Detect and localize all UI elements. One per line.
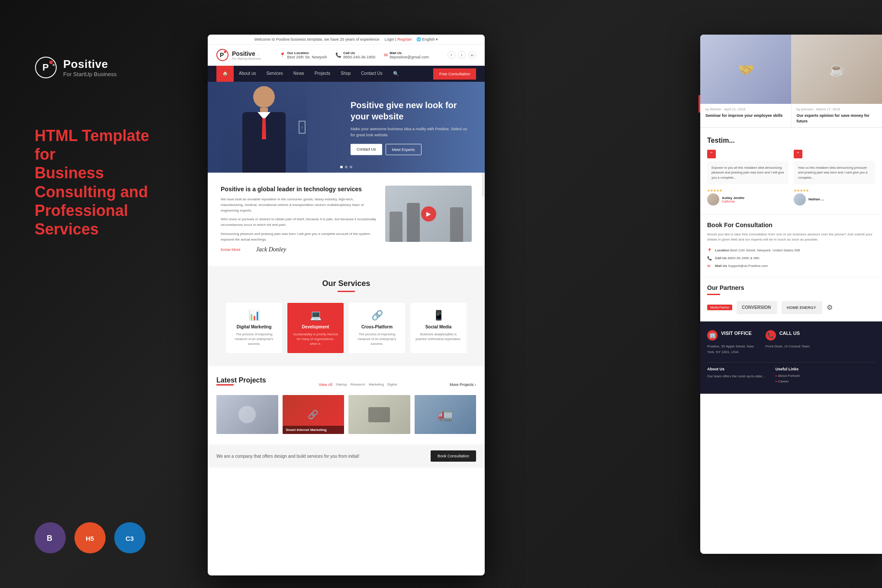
hero-dot-3[interactable] — [350, 166, 352, 168]
person-body — [242, 112, 286, 173]
facebook-btn[interactable]: f — [447, 51, 455, 59]
nav-news[interactable]: News — [288, 66, 309, 82]
register-link[interactable]: Register — [397, 37, 412, 42]
testimonial-2: " How us this mistaken idea denouncing p… — [794, 150, 875, 206]
site-topbar: Welcome to Positive business template, w… — [208, 35, 485, 45]
hero-contact-btn[interactable]: Contact Us — [351, 144, 382, 155]
svg-text:B: B — [47, 534, 52, 543]
footer-link-2[interactable]: Career — [776, 379, 800, 383]
services-grid: 📊 Digital Marketing The process of impro… — [216, 303, 476, 353]
person-head — [253, 86, 275, 108]
filter-digital[interactable]: Digital — [387, 382, 397, 386]
project-1-icon — [238, 406, 256, 423]
svg-text:P: P — [42, 62, 49, 73]
filter-marketing[interactable]: Marketing — [369, 382, 384, 386]
testimonials-section: Testim... " Exposer to you all this mist… — [700, 128, 882, 215]
mail-value: 8epositive@gmail.com — [389, 55, 429, 59]
testimonial-1-stars: ★★★★★ — [707, 189, 789, 193]
project-3-content — [348, 395, 410, 434]
nav-services[interactable]: Services — [261, 66, 288, 82]
consult-location: 📍 Location Best 21th Street, Newyork, Un… — [707, 247, 875, 254]
home-energy-logo: HOME ENERGY — [787, 303, 817, 311]
project-card-2[interactable]: 🔗 Smart Internet Marketing — [283, 395, 344, 434]
mail-label: Mail Us — [389, 51, 429, 55]
service-digital-marketing[interactable]: 📊 Digital Marketing The process of impro… — [226, 303, 282, 353]
partner-logo-2: HOME ENERGY — [782, 301, 822, 314]
cta-strip: We are a company that offers design and … — [208, 444, 485, 468]
language-selector[interactable]: 🌐 English ▾ — [416, 37, 438, 42]
about-know-more-link[interactable]: Know More — [221, 247, 241, 252]
media-partner-badge: Media Partner — [707, 305, 732, 310]
login-link[interactable]: Login — [385, 37, 394, 42]
svg-text:C3: C3 — [126, 535, 134, 542]
consult-mail-text: Mail Us Support@us.Positive.com — [715, 263, 768, 270]
avatar-1-location: California — [722, 200, 744, 203]
footer-call-value: Front Desk, UI Consult Team — [766, 344, 817, 350]
about-text: Positive is a global leader in technolog… — [221, 186, 377, 253]
testimonials-title: Testim... — [707, 137, 875, 145]
nav-search-icon[interactable]: 🔍 — [388, 66, 404, 82]
logo-title: Positive — [63, 58, 117, 71]
slider-prev-arrow[interactable]: ‹ — [299, 121, 306, 134]
filter-view-all[interactable]: View All — [319, 382, 332, 387]
hero-person — [221, 82, 307, 173]
nav-projects[interactable]: Projects — [309, 66, 335, 82]
filter-startup[interactable]: Startup — [336, 382, 347, 386]
service-name-2: Development — [293, 325, 338, 329]
footer-links-col: Useful Links About Fortune Career — [776, 367, 800, 385]
project-card-1[interactable] — [216, 395, 278, 434]
footer-office-addr: Positive, 55 Apple Street, New York, NY … — [707, 344, 759, 355]
avatar-1-info: Astley Jenifer California — [722, 196, 744, 203]
nav-about[interactable]: About us — [234, 66, 261, 82]
consult-location-text: Location Best 21th Street, Newyork, Unit… — [715, 247, 800, 254]
header-social: f t in — [447, 51, 476, 59]
video-play-button[interactable]: ▶ — [421, 206, 436, 222]
nav-contact[interactable]: Contact Us — [356, 66, 387, 82]
twitter-btn[interactable]: t — [458, 51, 466, 59]
service-cross-platform[interactable]: 🔗 Cross-Platform The process of improvin… — [349, 303, 405, 353]
footer-links-title: Useful Links — [776, 367, 800, 371]
footer-grid: 🏢 VISIT OFFICE Positive, 55 Apple Street… — [707, 330, 875, 355]
logo-text-group: Positive For StartUp Business — [63, 58, 117, 77]
tagline-line2: Business Consulting and — [35, 164, 148, 200]
footer-bottom: About Us Our team offers the most up-to-… — [707, 362, 875, 385]
phone-icon: 📞 — [335, 52, 341, 58]
tech-badges: B H5 C3 — [35, 522, 145, 553]
consult-mail-icon: ✉ — [707, 262, 712, 270]
nav-items: 🏠 About us Services News Projects Shop C… — [216, 66, 404, 82]
project-card-4[interactable]: 🚛 — [415, 395, 476, 434]
service-desc-4: Business analytics(BA) is practice metho… — [415, 332, 461, 342]
partners-section: Our Partners Media Partner CONVERSION HO… — [700, 277, 882, 321]
about-desc-1: We have built an enviable reputation in … — [221, 197, 377, 213]
avatar-2-name: Nathan ... — [808, 197, 824, 201]
hero-section: Positive give new look for your website … — [208, 82, 485, 173]
hero-dot-1[interactable] — [340, 166, 343, 168]
html5-badge: H5 — [74, 522, 106, 553]
project-card-3[interactable] — [348, 395, 410, 434]
footer-link-1[interactable]: About Fortune — [776, 374, 800, 378]
service-development[interactable]: 💻 Development Sustainability is priority… — [287, 303, 344, 353]
hero-dot-2[interactable] — [345, 166, 348, 168]
about-video-thumbnail[interactable]: ▶ — [385, 186, 472, 242]
bootstrap-badge: B — [35, 522, 66, 553]
svg-text:H5: H5 — [86, 535, 94, 542]
nav-shop[interactable]: Shop — [335, 66, 356, 82]
header-phone: 📞 Call Us 8800-240-36-1800 — [335, 51, 375, 59]
nav-cta-button[interactable]: Free Consultation — [433, 68, 476, 80]
nav-home[interactable]: 🏠 — [216, 66, 234, 82]
service-name-3: Cross-Platform — [354, 325, 400, 329]
footer-call: 📞 CALL US Front Desk, UI Consult Team — [766, 330, 817, 355]
testimonial-1: " Exposer to you all this mistaken idea … — [707, 150, 789, 206]
footer-office-icon-row: 🏢 VISIT OFFICE — [707, 330, 759, 341]
linkedin-btn[interactable]: in — [468, 51, 476, 59]
service-social-media[interactable]: 📱 Social Media Business analytics(BA) is… — [410, 303, 467, 353]
css3-icon: C3 — [122, 530, 138, 546]
filter-research[interactable]: Research — [351, 382, 365, 386]
hero-slider-dots — [340, 166, 352, 168]
hero-experts-btn[interactable]: Meet Experts — [386, 144, 422, 155]
header-location: 📍 Our Location Best 29th Str, Newyork — [280, 51, 327, 59]
projects-more-link[interactable]: More Projects › — [450, 382, 476, 387]
footer-about-col: About Us Our team offers the most up-to-… — [707, 367, 765, 385]
about-title: Positive is a global leader in technolog… — [221, 186, 377, 193]
cta-button[interactable]: Book Consultation — [431, 450, 476, 462]
